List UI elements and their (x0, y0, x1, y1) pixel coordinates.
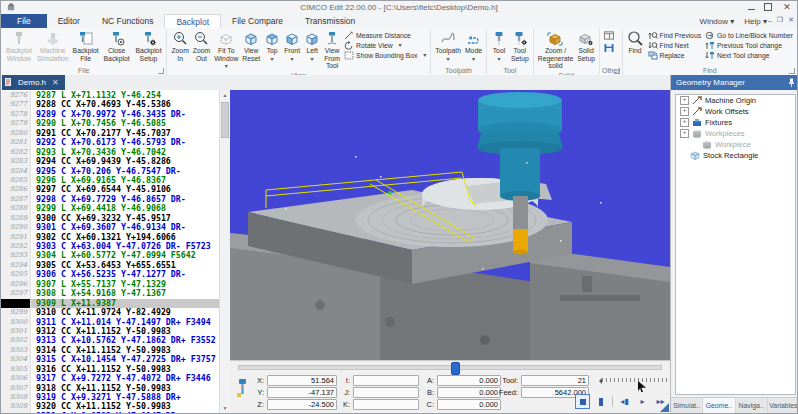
mode-button[interactable]: Mode▾ (463, 29, 484, 63)
tree-item-label: Fixtures (705, 118, 732, 127)
tree-item-workpiece[interactable]: Workpiece (676, 139, 795, 150)
file-group-launcher-icon[interactable] (158, 68, 164, 74)
goto-line-button[interactable]: Go to Line/Block Number (705, 31, 793, 40)
tree-item-fixtures[interactable]: +Fixtures (676, 117, 795, 128)
play-slow-button[interactable]: ▸ (635, 394, 650, 409)
document-tab-demo[interactable]: Demo.h ✕ (2, 75, 65, 90)
zoom-regenerate-solid-button[interactable]: Zoom / Regenerate solid (536, 29, 576, 71)
tree-item-label: Machine Origin (705, 96, 756, 105)
expand-icon[interactable]: + (680, 96, 689, 105)
menu-window[interactable]: Window ▾ (700, 17, 735, 26)
view-reset-button[interactable]: View Reset (240, 29, 262, 63)
replace-icon (648, 51, 658, 60)
goto-line-icon (705, 31, 715, 40)
ribbon-tab-transmission[interactable]: Transmission (294, 14, 366, 28)
backplot-file-icon (78, 30, 94, 47)
replace-button[interactable]: Replace (648, 51, 702, 60)
window-title: CIMCO Edit 22.00.00 - [C:\Users\fletc\De… (1, 3, 797, 12)
fit-to-window-icon (218, 30, 234, 47)
view-front-button[interactable]: Front▾ (282, 29, 302, 63)
measure-distance-button[interactable]: Measure Distance (344, 31, 426, 40)
find-button[interactable]: Find (625, 29, 646, 56)
pin-icon[interactable] (788, 78, 795, 87)
machine-simulation-icon (45, 30, 61, 47)
editor-scrollbar[interactable]: ▲ ▼ (219, 90, 230, 413)
tree-item-machine-origin[interactable]: +Machine Origin (676, 95, 795, 106)
tool-button[interactable]: Tool▾ (489, 29, 509, 63)
group-label-tool: Tool (489, 66, 531, 75)
backplot-scene (230, 90, 670, 363)
toolpath-button[interactable]: Toolpath▾ (433, 29, 463, 63)
line-number: 9292 (1, 242, 31, 251)
close-backplot-button[interactable]: Close Backplot (101, 29, 133, 63)
scrollbar-thumb[interactable] (221, 102, 229, 138)
doc-close-button[interactable]: ✕ (788, 16, 794, 24)
minimize-button[interactable] (748, 5, 755, 10)
stop-button[interactable] (575, 394, 590, 409)
backplot-window-icon (11, 30, 27, 47)
tree-item-stock-rectangle[interactable]: Stock Rectangle (676, 150, 795, 161)
previous-tool-change-button[interactable]: Previous Tool change (705, 41, 793, 50)
doc-minimize-button[interactable]: – (768, 17, 772, 24)
expand-icon[interactable]: + (680, 129, 689, 138)
scroll-up-icon[interactable]: ▲ (220, 92, 230, 98)
other-group-launcher-icon[interactable] (614, 68, 620, 74)
menu-help[interactable]: Help ▾ (744, 17, 767, 26)
find-previous-button[interactable]: Find Previous (648, 31, 702, 40)
ribbon-tab-editor[interactable]: Editor (47, 14, 91, 28)
next-tool-change-button[interactable]: Next Tool change (705, 51, 793, 60)
ribbon-tab-backplot[interactable]: Backplot (164, 14, 221, 28)
panel-tab-variables[interactable]: Variables (768, 398, 798, 413)
axis-pen-icon (692, 96, 702, 105)
panel-tab-simulat[interactable]: Simulat.. (671, 398, 703, 413)
panel-tab-geome[interactable]: Geome.. (703, 398, 735, 413)
backplot-window-button[interactable]: Backplot Window (3, 29, 35, 63)
step-back-button[interactable]: ◂▮ (617, 394, 632, 409)
find-group-launcher-icon[interactable] (789, 68, 795, 74)
view-top-button[interactable]: Top▾ (262, 29, 282, 63)
geometry-manager-title: Geometry Manager (676, 78, 745, 87)
solid-setup-button[interactable]: Solid Setup (575, 29, 597, 63)
zoom-out-button[interactable]: Zoom Out (191, 29, 212, 63)
ribbon-tab-file[interactable]: File (1, 14, 47, 28)
close-backplot-icon (109, 30, 125, 47)
machine-simulation-button[interactable]: Machine Simulation (35, 29, 71, 63)
find-next-button[interactable]: Find Next (648, 41, 702, 50)
ribbon-tab-file-compare[interactable]: File Compare (221, 14, 294, 28)
other-window-button[interactable] (604, 31, 614, 40)
show-bounding-box-button[interactable]: Show Bounding Box ▾ (344, 51, 426, 60)
backplot-setup-button[interactable]: Backplot Setup (133, 29, 165, 63)
close-button[interactable]: ✕ (781, 2, 793, 12)
tree-item-work-offsets[interactable]: +Work Offsets (676, 106, 795, 117)
line-number: 9293 (1, 251, 31, 260)
simulation-progress-slider[interactable] (238, 365, 662, 370)
group-label-find: Find (625, 66, 796, 75)
panel-tab-naviga[interactable]: Naviga.. (736, 398, 768, 413)
view-from-tool-button[interactable]: View From Tool (322, 29, 342, 71)
pause-button[interactable] (593, 394, 608, 409)
tree-item-workpieces[interactable]: +Workpieces (676, 128, 795, 139)
expand-icon[interactable]: + (680, 107, 689, 116)
code-line[interactable]: 93109321 C X+9.0593 Y-47.8147 DR+ (1, 412, 220, 413)
ribbon-tab-nc-functions[interactable]: NC Functions (91, 14, 165, 28)
fit-to-window-button[interactable]: Fit To Window ▾ (212, 29, 240, 71)
document-tab-close-icon[interactable]: ✕ (52, 78, 59, 87)
expand-icon[interactable]: + (680, 118, 689, 127)
rotate-view-button[interactable]: Rotate View ▾ (344, 41, 426, 50)
line-number: 9278 (1, 110, 31, 119)
restore-button[interactable] (764, 3, 772, 11)
other-save-button[interactable] (604, 43, 614, 52)
zoom-in-button[interactable]: Zoom In (169, 29, 190, 63)
spacer (692, 141, 699, 148)
scroll-down-icon[interactable]: ▼ (220, 405, 230, 411)
nc-code-editor[interactable]: 92769287 L X+71.1132 Y-46.25492779288 CC… (1, 90, 231, 413)
geometry-manager-header[interactable]: Geometry Manager (671, 75, 798, 90)
line-number: 9305 (1, 365, 31, 374)
backplot-3d-view[interactable]: X:51.564 I: A:0.000 Y:-47.137 J: B:0.000… (230, 90, 670, 413)
b-value: 0.000 (437, 387, 501, 398)
tool-setup-button[interactable]: Tool Setup (509, 29, 531, 63)
backplot-file-button[interactable]: Backplot File (71, 29, 101, 63)
progress-handle[interactable] (451, 362, 460, 375)
view-left-button[interactable]: Left▾ (302, 29, 322, 63)
doc-restore-button[interactable]: ❐ (777, 16, 783, 24)
